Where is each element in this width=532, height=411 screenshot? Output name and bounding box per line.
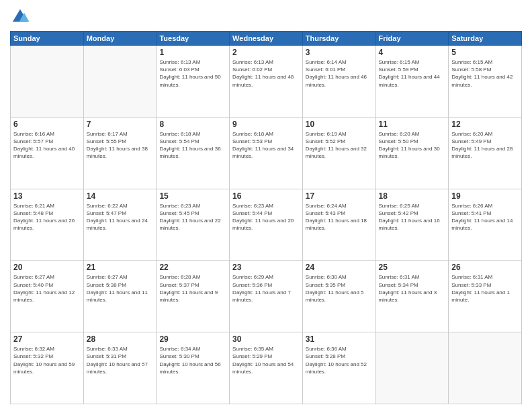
calendar-cell: 11Sunrise: 6:20 AM Sunset: 5:50 PM Dayli… [375, 117, 449, 189]
week-row-0: 1Sunrise: 6:13 AM Sunset: 6:03 PM Daylig… [11, 46, 522, 118]
day-number: 14 [87, 191, 154, 201]
day-number: 26 [451, 263, 519, 272]
day-info: Sunrise: 6:35 AM Sunset: 5:29 PM Dayligh… [232, 345, 300, 375]
day-info: Sunrise: 6:14 AM Sunset: 6:01 PM Dayligh… [306, 58, 373, 89]
day-info: Sunrise: 6:27 AM Sunset: 5:38 PM Dayligh… [87, 273, 154, 304]
calendar-cell: 28Sunrise: 6:33 AM Sunset: 5:31 PM Dayli… [83, 332, 157, 404]
week-row-2: 13Sunrise: 6:21 AM Sunset: 5:48 PM Dayli… [11, 189, 522, 261]
calendar-cell: 17Sunrise: 6:24 AM Sunset: 5:43 PM Dayli… [302, 189, 375, 261]
calendar-header-tuesday: Tuesday [157, 32, 230, 46]
day-number: 19 [451, 191, 519, 201]
calendar-cell: 15Sunrise: 6:23 AM Sunset: 5:45 PM Dayli… [157, 189, 230, 261]
calendar-cell: 20Sunrise: 6:27 AM Sunset: 5:40 PM Dayli… [11, 261, 84, 332]
day-number: 3 [306, 48, 373, 57]
day-number: 6 [13, 120, 81, 129]
day-info: Sunrise: 6:15 AM Sunset: 5:58 PM Dayligh… [451, 58, 519, 89]
day-info: Sunrise: 6:13 AM Sunset: 6:03 PM Dayligh… [159, 58, 226, 89]
day-number: 15 [159, 191, 226, 201]
calendar-cell [83, 46, 157, 118]
calendar-cell: 19Sunrise: 6:26 AM Sunset: 5:41 PM Dayli… [449, 189, 522, 261]
calendar-header-sunday: Sunday [11, 32, 84, 46]
day-info: Sunrise: 6:20 AM Sunset: 5:50 PM Dayligh… [379, 130, 446, 161]
day-info: Sunrise: 6:31 AM Sunset: 5:34 PM Dayligh… [379, 273, 446, 304]
calendar-cell: 30Sunrise: 6:35 AM Sunset: 5:29 PM Dayli… [230, 332, 303, 404]
day-number: 8 [159, 120, 226, 129]
calendar-cell: 21Sunrise: 6:27 AM Sunset: 5:38 PM Dayli… [83, 261, 157, 332]
day-info: Sunrise: 6:24 AM Sunset: 5:43 PM Dayligh… [306, 202, 373, 232]
calendar-cell: 26Sunrise: 6:31 AM Sunset: 5:33 PM Dayli… [449, 261, 522, 332]
day-info: Sunrise: 6:23 AM Sunset: 5:44 PM Dayligh… [232, 202, 300, 232]
day-info: Sunrise: 6:18 AM Sunset: 5:54 PM Dayligh… [159, 130, 226, 161]
calendar-cell: 24Sunrise: 6:30 AM Sunset: 5:35 PM Dayli… [302, 261, 375, 332]
day-info: Sunrise: 6:21 AM Sunset: 5:48 PM Dayligh… [13, 202, 81, 232]
logo [10, 7, 33, 27]
day-number: 25 [379, 263, 446, 272]
calendar-header-thursday: Thursday [302, 32, 375, 46]
day-number: 10 [306, 120, 373, 129]
day-info: Sunrise: 6:33 AM Sunset: 5:31 PM Dayligh… [87, 345, 154, 375]
day-number: 13 [13, 191, 81, 201]
day-number: 7 [87, 120, 154, 129]
header [10, 7, 522, 27]
week-row-4: 27Sunrise: 6:32 AM Sunset: 5:32 PM Dayli… [11, 332, 522, 404]
calendar-cell: 22Sunrise: 6:28 AM Sunset: 5:37 PM Dayli… [157, 261, 230, 332]
day-info: Sunrise: 6:29 AM Sunset: 5:36 PM Dayligh… [232, 273, 300, 304]
day-number: 4 [379, 48, 446, 57]
day-number: 24 [306, 263, 373, 272]
page: SundayMondayTuesdayWednesdayThursdayFrid… [0, 0, 532, 411]
day-info: Sunrise: 6:31 AM Sunset: 5:33 PM Dayligh… [451, 273, 519, 304]
calendar-header-saturday: Saturday [449, 32, 522, 46]
calendar-cell: 14Sunrise: 6:22 AM Sunset: 5:47 PM Dayli… [83, 189, 157, 261]
calendar-cell: 3Sunrise: 6:14 AM Sunset: 6:01 PM Daylig… [302, 46, 375, 118]
day-info: Sunrise: 6:23 AM Sunset: 5:45 PM Dayligh… [159, 202, 226, 232]
day-number: 11 [379, 120, 446, 129]
calendar-table: SundayMondayTuesdayWednesdayThursdayFrid… [10, 31, 522, 404]
calendar-cell: 2Sunrise: 6:13 AM Sunset: 6:02 PM Daylig… [230, 46, 303, 118]
calendar-cell: 6Sunrise: 6:16 AM Sunset: 5:57 PM Daylig… [11, 117, 84, 189]
day-info: Sunrise: 6:20 AM Sunset: 5:49 PM Dayligh… [451, 130, 519, 161]
calendar-cell: 12Sunrise: 6:20 AM Sunset: 5:49 PM Dayli… [449, 117, 522, 189]
calendar-header-friday: Friday [375, 32, 449, 46]
day-number: 2 [232, 48, 300, 57]
day-info: Sunrise: 6:30 AM Sunset: 5:35 PM Dayligh… [306, 273, 373, 304]
day-number: 30 [232, 334, 300, 344]
calendar-cell: 7Sunrise: 6:17 AM Sunset: 5:55 PM Daylig… [83, 117, 157, 189]
day-info: Sunrise: 6:34 AM Sunset: 5:30 PM Dayligh… [159, 345, 226, 375]
day-number: 31 [306, 334, 373, 344]
week-row-1: 6Sunrise: 6:16 AM Sunset: 5:57 PM Daylig… [11, 117, 522, 189]
logo-icon [10, 7, 30, 27]
calendar-header-wednesday: Wednesday [230, 32, 303, 46]
calendar-cell: 29Sunrise: 6:34 AM Sunset: 5:30 PM Dayli… [157, 332, 230, 404]
calendar-cell: 23Sunrise: 6:29 AM Sunset: 5:36 PM Dayli… [230, 261, 303, 332]
day-info: Sunrise: 6:15 AM Sunset: 5:59 PM Dayligh… [379, 58, 446, 89]
calendar-cell: 18Sunrise: 6:25 AM Sunset: 5:42 PM Dayli… [375, 189, 449, 261]
calendar-header-monday: Monday [83, 32, 157, 46]
calendar-cell [449, 332, 522, 404]
day-info: Sunrise: 6:17 AM Sunset: 5:55 PM Dayligh… [87, 130, 154, 161]
day-number: 22 [159, 263, 226, 272]
day-number: 1 [159, 48, 226, 57]
day-number: 18 [379, 191, 446, 201]
day-info: Sunrise: 6:28 AM Sunset: 5:37 PM Dayligh… [159, 273, 226, 304]
calendar-cell: 16Sunrise: 6:23 AM Sunset: 5:44 PM Dayli… [230, 189, 303, 261]
day-info: Sunrise: 6:16 AM Sunset: 5:57 PM Dayligh… [13, 130, 81, 161]
day-info: Sunrise: 6:26 AM Sunset: 5:41 PM Dayligh… [451, 202, 519, 232]
week-row-3: 20Sunrise: 6:27 AM Sunset: 5:40 PM Dayli… [11, 261, 522, 332]
calendar-cell [11, 46, 84, 118]
day-number: 21 [87, 263, 154, 272]
day-number: 23 [232, 263, 300, 272]
calendar-cell: 4Sunrise: 6:15 AM Sunset: 5:59 PM Daylig… [375, 46, 449, 118]
calendar-cell: 25Sunrise: 6:31 AM Sunset: 5:34 PM Dayli… [375, 261, 449, 332]
day-info: Sunrise: 6:18 AM Sunset: 5:53 PM Dayligh… [232, 130, 300, 161]
day-number: 5 [451, 48, 519, 57]
calendar-cell: 31Sunrise: 6:36 AM Sunset: 5:28 PM Dayli… [302, 332, 375, 404]
day-number: 17 [306, 191, 373, 201]
day-number: 12 [451, 120, 519, 129]
day-info: Sunrise: 6:22 AM Sunset: 5:47 PM Dayligh… [87, 202, 154, 232]
day-info: Sunrise: 6:27 AM Sunset: 5:40 PM Dayligh… [13, 273, 81, 304]
day-info: Sunrise: 6:13 AM Sunset: 6:02 PM Dayligh… [232, 58, 300, 89]
day-number: 9 [232, 120, 300, 129]
day-number: 27 [13, 334, 81, 344]
day-info: Sunrise: 6:19 AM Sunset: 5:52 PM Dayligh… [306, 130, 373, 161]
calendar-cell: 10Sunrise: 6:19 AM Sunset: 5:52 PM Dayli… [302, 117, 375, 189]
